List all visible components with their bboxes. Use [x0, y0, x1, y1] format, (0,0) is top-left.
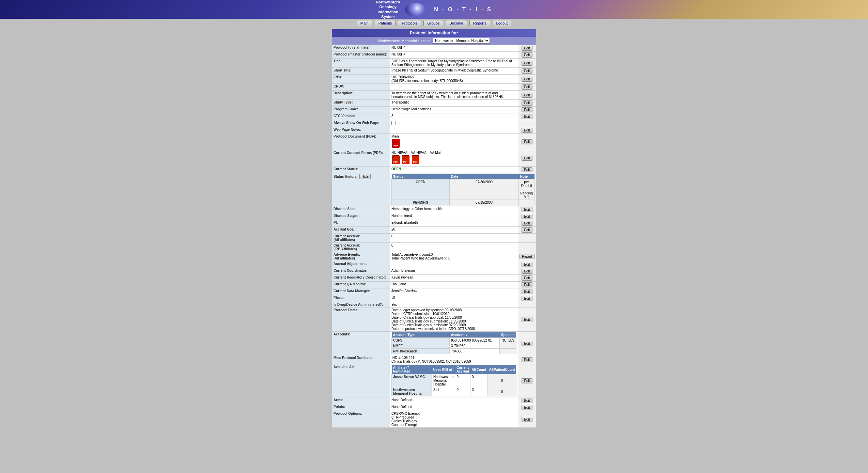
edit-available-at[interactable]: Edit	[522, 378, 532, 383]
label-available-at: Available At:	[332, 364, 390, 397]
value-accounts: Account Type Account # Sponsor CUFS 850 …	[390, 332, 518, 355]
row-arms: Arms: None Defined Edit	[332, 397, 536, 404]
sh-date-1: 07/30/2009	[450, 179, 519, 200]
nav-reports[interactable]: Reports	[469, 20, 490, 26]
row-status-history: Status History: Hide Status Date Note	[332, 173, 536, 206]
edit-misc-numbers[interactable]: Edit	[522, 357, 532, 362]
nav-become[interactable]: Become	[446, 20, 467, 26]
protocol-subheader: Northwestern Memorial Hospital Northwest…	[332, 37, 536, 45]
avail-header-ae: AECount	[470, 365, 488, 374]
consent-nu-hipaa-icon[interactable]	[392, 155, 400, 164]
edit-irb[interactable]: Edit	[522, 77, 532, 82]
cell-edit-current-status: Edit	[518, 167, 536, 173]
edit-pi[interactable]: Edit	[522, 221, 532, 226]
nav-protocols[interactable]: Protocols	[398, 20, 421, 26]
nav-main[interactable]: Main	[357, 20, 372, 26]
row-cru: CRU#: Edit	[332, 84, 536, 91]
edit-data-manager[interactable]: Edit	[522, 289, 532, 294]
edit-protocol-doc[interactable]: Edit	[522, 139, 532, 144]
consent-va-hipaa-icon[interactable]	[402, 155, 409, 164]
value-pi: Eklund, Elizabeth	[390, 220, 518, 227]
edit-consent-forms[interactable]: Edit	[522, 156, 532, 161]
cell-edit-points: Edit	[518, 404, 536, 411]
label-points: Points:	[332, 404, 390, 411]
label-protocol-affiliate: Protocol (this affiliate):	[332, 45, 390, 52]
consent-va-main-icon[interactable]	[412, 155, 419, 164]
protocol-header-title: Protocol Information for:	[410, 31, 458, 35]
edit-short-title[interactable]: Edit	[522, 68, 532, 74]
cell-edit-protocol-master: Edit	[518, 52, 536, 59]
value-protocol-affiliate: NU 08H4	[390, 45, 518, 52]
cell-edit-pi: Edit	[518, 220, 536, 227]
nav-groups[interactable]: Groups	[423, 20, 443, 26]
edit-description[interactable]: Edit	[522, 93, 532, 98]
edit-protocol-affiliate[interactable]: Edit	[522, 46, 532, 51]
edit-protocol-dates[interactable]: Edit	[522, 317, 532, 322]
acct-header-num: Account #	[450, 332, 500, 338]
edit-points[interactable]: Edit	[522, 405, 532, 410]
logo-text: NorthwesternOncologyInformationSystem	[376, 0, 400, 19]
acct-sponsor-3	[500, 349, 516, 354]
nav-patients[interactable]: Patients	[375, 20, 396, 26]
nav-logout[interactable]: Logout	[493, 20, 512, 26]
label-protocol-doc: Protocol Document (PDF):	[332, 134, 390, 150]
cell-edit-misc-numbers: Edit	[518, 355, 536, 364]
avail-header-irb: Uses IRB of	[432, 365, 455, 374]
value-data-manager: Jennifer Cherfow	[390, 288, 518, 295]
label-current-accrual-all: Current Accrual:(All affiliates)	[332, 234, 390, 243]
acct-sponsor-2	[500, 343, 516, 349]
row-consent-forms: Current Consent Forms (PDF): NU-HIPAA VA…	[332, 150, 536, 167]
value-current-accrual-all: 0	[390, 234, 518, 243]
edit-coordinator[interactable]: Edit	[522, 269, 532, 274]
value-available-at: Affiliate (* = terminated) Uses IRB of C…	[390, 364, 518, 397]
edit-disease-stages[interactable]: Edit	[522, 214, 532, 219]
value-protocol-options: CPSR/MC ExemptCTRP requiredClinicalTrial…	[390, 411, 518, 428]
affiliate-select[interactable]: Northwestern Memorial Hospital	[433, 38, 490, 44]
edit-study-type[interactable]: Edit	[522, 100, 532, 106]
label-qa-monitor: Current QA Monitor:	[332, 282, 390, 288]
value-short-title: Phase I/II Trial of Sodium Stibogluconat…	[390, 68, 518, 75]
edit-program-code[interactable]: Edit	[522, 107, 532, 112]
cell-edit-accounts: Edit	[518, 332, 536, 355]
avail-header-accrual: Current Accrual	[455, 365, 470, 374]
edit-cru[interactable]: Edit	[522, 84, 532, 90]
edit-arms[interactable]: Edit	[522, 398, 532, 403]
row-program-code: Program Code: Hematologic Malignancies E…	[332, 107, 536, 113]
edit-accounts[interactable]: Edit	[522, 341, 532, 346]
sh-status-2: PENDING	[392, 200, 450, 205]
edit-protocol-options[interactable]: Edit	[522, 417, 532, 422]
label-misc-numbers: Misc Protocol Numbers:	[332, 355, 390, 364]
edit-ctc-version[interactable]: Edit	[522, 114, 532, 119]
edit-disease-sites[interactable]: Edit	[522, 207, 532, 212]
acct-num-3: 704080	[450, 349, 500, 354]
edit-accrual-adj[interactable]: Edit	[522, 262, 532, 267]
cell-edit-study-type: Edit	[518, 100, 536, 107]
row-irb: IRB#: UIC 2008-0827(Old IRB# for convers…	[332, 75, 536, 84]
protocol-doc-pdf-icon[interactable]	[392, 139, 400, 148]
label-ctc-version: CTC Version:	[332, 113, 390, 120]
status-history-hide-btn[interactable]: Hide	[359, 174, 371, 179]
report-adverse-events[interactable]: Report	[520, 254, 534, 259]
value-reg-coord: Kevin Puyleart	[390, 275, 518, 282]
row-protocol-doc: Protocol Document (PDF): Main Edit	[332, 134, 536, 150]
label-accounts: Accounts:	[332, 332, 390, 355]
edit-web-page-notes[interactable]: Edit	[522, 128, 532, 133]
value-arms: None Defined	[390, 397, 518, 404]
label-pi: PI:	[332, 220, 390, 227]
edit-accrual-goal[interactable]: Edit	[522, 227, 532, 233]
label-short-title: Short Title:	[332, 68, 390, 75]
avail-affiliate-1: Jesse Brown VAMC	[392, 374, 432, 387]
label-accrual-adj: Accrual Adjustments:	[332, 261, 390, 268]
edit-phase[interactable]: Edit	[522, 296, 532, 301]
edit-qa-monitor[interactable]: Edit	[522, 282, 532, 287]
sh-row-2: PENDING 07/15/2008	[392, 200, 534, 205]
always-show-checkbox[interactable]	[391, 121, 396, 125]
label-phase: Phase:	[332, 295, 390, 302]
edit-current-status[interactable]: Edit	[522, 167, 532, 172]
edit-title[interactable]: Edit	[522, 61, 532, 66]
edit-protocol-master[interactable]: Edit	[522, 52, 532, 58]
avail-row-1: Jesse Brown VAMC Northwestern Memorial H…	[392, 374, 516, 387]
cell-edit-protocol-dates: Edit	[518, 308, 536, 332]
edit-reg-coord[interactable]: Edit	[522, 275, 532, 281]
row-current-coordinator: Current Coordinator: Adam Brakman Edit	[332, 268, 536, 275]
